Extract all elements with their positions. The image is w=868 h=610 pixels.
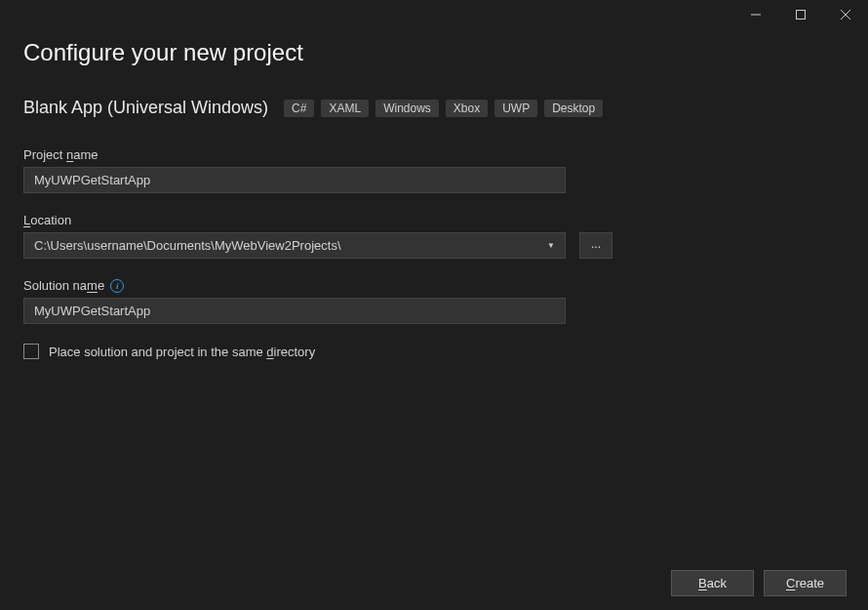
solution-name-label: Solution name i (23, 278, 845, 293)
same-directory-row: Place solution and project in the same d… (23, 344, 845, 359)
project-name-input[interactable] (23, 167, 566, 193)
template-row: Blank App (Universal Windows) C# XAML Wi… (23, 98, 845, 118)
tag-desktop: Desktop (544, 100, 603, 117)
location-value: C:\Users\username\Documents\MyWebView2Pr… (34, 238, 341, 253)
titlebar (0, 0, 868, 29)
location-combobox[interactable]: C:\Users\username\Documents\MyWebView2Pr… (23, 232, 566, 259)
same-directory-label: Place solution and project in the same d… (49, 345, 315, 359)
template-name: Blank App (Universal Windows) (23, 98, 268, 118)
maximize-button[interactable] (778, 0, 823, 29)
solution-name-input[interactable] (23, 298, 566, 324)
project-name-label: Project name (23, 147, 845, 162)
template-tags: C# XAML Windows Xbox UWP Desktop (284, 100, 603, 117)
browse-button[interactable]: ... (579, 232, 612, 259)
create-button[interactable]: Create (764, 570, 847, 596)
tag-xaml: XAML (321, 100, 369, 117)
tag-uwp: UWP (494, 100, 537, 117)
info-icon[interactable]: i (110, 279, 124, 293)
minimize-button[interactable] (733, 0, 778, 29)
tag-csharp: C# (284, 100, 314, 117)
chevron-down-icon: ▼ (547, 241, 555, 250)
back-button[interactable]: Back (671, 570, 754, 596)
project-name-field: Project name (23, 147, 845, 193)
close-button[interactable] (823, 0, 868, 29)
svg-rect-1 (797, 11, 806, 20)
location-field: Location C:\Users\username\Documents\MyW… (23, 213, 845, 259)
page-title: Configure your new project (23, 39, 845, 66)
same-directory-checkbox[interactable] (23, 344, 39, 359)
tag-windows: Windows (375, 100, 439, 117)
solution-name-field: Solution name i (23, 278, 845, 324)
location-label: Location (23, 213, 845, 227)
footer: Back Create (671, 570, 847, 596)
tag-xbox: Xbox (446, 100, 488, 117)
